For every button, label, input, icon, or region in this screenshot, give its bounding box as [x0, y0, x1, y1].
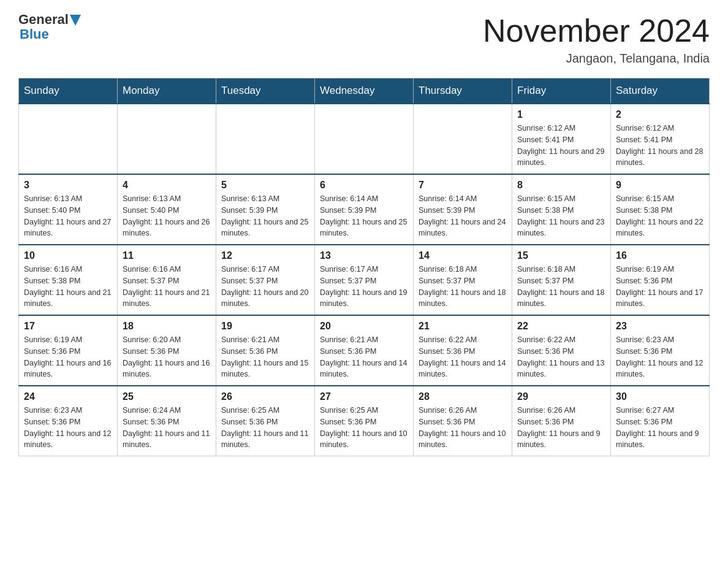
- week-row-3: 10Sunrise: 6:16 AM Sunset: 5:38 PM Dayli…: [19, 245, 710, 315]
- day-number: 15: [517, 250, 605, 261]
- weekday-header-row: SundayMondayTuesdayWednesdayThursdayFrid…: [19, 79, 710, 104]
- day-number: 1: [517, 109, 605, 120]
- day-info: Sunrise: 6:16 AM Sunset: 5:37 PM Dayligh…: [123, 264, 211, 310]
- weekday-header-sunday: Sunday: [19, 79, 118, 104]
- day-number: 20: [320, 321, 408, 332]
- calendar-cell: 29Sunrise: 6:26 AM Sunset: 5:36 PM Dayli…: [512, 386, 611, 456]
- day-info: Sunrise: 6:26 AM Sunset: 5:36 PM Dayligh…: [517, 405, 605, 451]
- day-info: Sunrise: 6:25 AM Sunset: 5:36 PM Dayligh…: [221, 405, 309, 451]
- day-number: 16: [616, 250, 704, 261]
- calendar-cell: 11Sunrise: 6:16 AM Sunset: 5:37 PM Dayli…: [118, 245, 216, 315]
- day-number: 9: [616, 180, 704, 191]
- calendar-cell: 28Sunrise: 6:26 AM Sunset: 5:36 PM Dayli…: [414, 386, 512, 456]
- day-info: Sunrise: 6:24 AM Sunset: 5:36 PM Dayligh…: [123, 405, 211, 451]
- month-title: November 2024: [483, 12, 710, 49]
- weekday-header-friday: Friday: [512, 79, 611, 104]
- calendar-cell: 9Sunrise: 6:15 AM Sunset: 5:38 PM Daylig…: [611, 174, 710, 245]
- day-number: 14: [419, 250, 507, 261]
- day-info: Sunrise: 6:21 AM Sunset: 5:36 PM Dayligh…: [221, 334, 309, 380]
- day-info: Sunrise: 6:18 AM Sunset: 5:37 PM Dayligh…: [517, 264, 605, 310]
- day-info: Sunrise: 6:27 AM Sunset: 5:36 PM Dayligh…: [616, 405, 704, 451]
- day-number: 2: [616, 109, 704, 120]
- day-info: Sunrise: 6:13 AM Sunset: 5:40 PM Dayligh…: [24, 193, 112, 239]
- day-number: 28: [419, 391, 507, 402]
- day-number: 8: [517, 180, 605, 191]
- week-row-4: 17Sunrise: 6:19 AM Sunset: 5:36 PM Dayli…: [19, 315, 710, 386]
- day-info: Sunrise: 6:13 AM Sunset: 5:39 PM Dayligh…: [221, 193, 309, 239]
- day-info: Sunrise: 6:16 AM Sunset: 5:38 PM Dayligh…: [24, 264, 112, 310]
- calendar-cell: 5Sunrise: 6:13 AM Sunset: 5:39 PM Daylig…: [216, 174, 315, 245]
- calendar-cell: 25Sunrise: 6:24 AM Sunset: 5:36 PM Dayli…: [118, 386, 216, 456]
- weekday-header-thursday: Thursday: [414, 79, 512, 104]
- day-number: 29: [517, 391, 605, 402]
- calendar-cell: 8Sunrise: 6:15 AM Sunset: 5:38 PM Daylig…: [512, 174, 611, 245]
- day-number: 5: [221, 180, 309, 191]
- calendar-cell: 23Sunrise: 6:23 AM Sunset: 5:36 PM Dayli…: [611, 315, 710, 386]
- calendar-cell: 18Sunrise: 6:20 AM Sunset: 5:36 PM Dayli…: [118, 315, 216, 386]
- calendar-cell: 7Sunrise: 6:14 AM Sunset: 5:39 PM Daylig…: [414, 174, 512, 245]
- calendar-cell: 4Sunrise: 6:13 AM Sunset: 5:40 PM Daylig…: [118, 174, 216, 245]
- calendar-cell: 26Sunrise: 6:25 AM Sunset: 5:36 PM Dayli…: [216, 386, 315, 456]
- day-number: 6: [320, 180, 408, 191]
- calendar-cell: 21Sunrise: 6:22 AM Sunset: 5:36 PM Dayli…: [414, 315, 512, 386]
- day-info: Sunrise: 6:19 AM Sunset: 5:36 PM Dayligh…: [616, 264, 704, 310]
- day-number: 12: [221, 250, 309, 261]
- page-header: General Blue November 2024 Jangaon, Tela…: [18, 12, 710, 66]
- week-row-5: 24Sunrise: 6:23 AM Sunset: 5:36 PM Dayli…: [19, 386, 710, 456]
- title-section: November 2024 Jangaon, Telangana, India: [483, 12, 710, 66]
- logo: General Blue: [18, 12, 81, 42]
- calendar-cell: 19Sunrise: 6:21 AM Sunset: 5:36 PM Dayli…: [216, 315, 315, 386]
- calendar-cell: 16Sunrise: 6:19 AM Sunset: 5:36 PM Dayli…: [611, 245, 710, 315]
- weekday-header-saturday: Saturday: [611, 79, 710, 104]
- calendar-cell: 22Sunrise: 6:22 AM Sunset: 5:36 PM Dayli…: [512, 315, 611, 386]
- day-info: Sunrise: 6:12 AM Sunset: 5:41 PM Dayligh…: [616, 123, 704, 169]
- calendar-cell: 24Sunrise: 6:23 AM Sunset: 5:36 PM Dayli…: [19, 386, 118, 456]
- day-info: Sunrise: 6:25 AM Sunset: 5:36 PM Dayligh…: [320, 405, 408, 451]
- calendar-cell: [118, 104, 216, 174]
- day-info: Sunrise: 6:17 AM Sunset: 5:37 PM Dayligh…: [320, 264, 408, 310]
- day-number: 24: [24, 391, 112, 402]
- day-number: 26: [221, 391, 309, 402]
- calendar-cell: 17Sunrise: 6:19 AM Sunset: 5:36 PM Dayli…: [19, 315, 118, 386]
- calendar-cell: 3Sunrise: 6:13 AM Sunset: 5:40 PM Daylig…: [19, 174, 118, 245]
- week-row-1: 1Sunrise: 6:12 AM Sunset: 5:41 PM Daylig…: [19, 104, 710, 174]
- calendar-cell: [414, 104, 512, 174]
- logo-blue: Blue: [20, 27, 81, 42]
- calendar-cell: 14Sunrise: 6:18 AM Sunset: 5:37 PM Dayli…: [414, 245, 512, 315]
- day-number: 21: [419, 321, 507, 332]
- day-number: 3: [24, 180, 112, 191]
- day-info: Sunrise: 6:23 AM Sunset: 5:36 PM Dayligh…: [24, 405, 112, 451]
- calendar-cell: 6Sunrise: 6:14 AM Sunset: 5:39 PM Daylig…: [315, 174, 414, 245]
- calendar-cell: 13Sunrise: 6:17 AM Sunset: 5:37 PM Dayli…: [315, 245, 414, 315]
- day-number: 25: [123, 391, 211, 402]
- location-text: Jangaon, Telangana, India: [483, 52, 710, 66]
- calendar-cell: 10Sunrise: 6:16 AM Sunset: 5:38 PM Dayli…: [19, 245, 118, 315]
- calendar-cell: [19, 104, 118, 174]
- week-row-2: 3Sunrise: 6:13 AM Sunset: 5:40 PM Daylig…: [19, 174, 710, 245]
- day-info: Sunrise: 6:14 AM Sunset: 5:39 PM Dayligh…: [320, 193, 408, 239]
- day-number: 17: [24, 321, 112, 332]
- day-info: Sunrise: 6:17 AM Sunset: 5:37 PM Dayligh…: [221, 264, 309, 310]
- day-number: 19: [221, 321, 309, 332]
- day-info: Sunrise: 6:13 AM Sunset: 5:40 PM Dayligh…: [123, 193, 211, 239]
- logo-general: General: [18, 12, 69, 27]
- calendar-cell: [216, 104, 315, 174]
- calendar-cell: 2Sunrise: 6:12 AM Sunset: 5:41 PM Daylig…: [611, 104, 710, 174]
- day-info: Sunrise: 6:12 AM Sunset: 5:41 PM Dayligh…: [517, 123, 605, 169]
- calendar-cell: 12Sunrise: 6:17 AM Sunset: 5:37 PM Dayli…: [216, 245, 315, 315]
- day-info: Sunrise: 6:26 AM Sunset: 5:36 PM Dayligh…: [419, 405, 507, 451]
- day-number: 23: [616, 321, 704, 332]
- day-number: 30: [616, 391, 704, 402]
- calendar-cell: [315, 104, 414, 174]
- day-number: 27: [320, 391, 408, 402]
- day-number: 18: [123, 321, 211, 332]
- day-number: 11: [123, 250, 211, 261]
- logo-arrow-icon: [70, 15, 81, 27]
- day-info: Sunrise: 6:15 AM Sunset: 5:38 PM Dayligh…: [616, 193, 704, 239]
- calendar-cell: 15Sunrise: 6:18 AM Sunset: 5:37 PM Dayli…: [512, 245, 611, 315]
- calendar-cell: 27Sunrise: 6:25 AM Sunset: 5:36 PM Dayli…: [315, 386, 414, 456]
- day-info: Sunrise: 6:19 AM Sunset: 5:36 PM Dayligh…: [24, 334, 112, 380]
- day-number: 22: [517, 321, 605, 332]
- day-number: 7: [419, 180, 507, 191]
- day-number: 13: [320, 250, 408, 261]
